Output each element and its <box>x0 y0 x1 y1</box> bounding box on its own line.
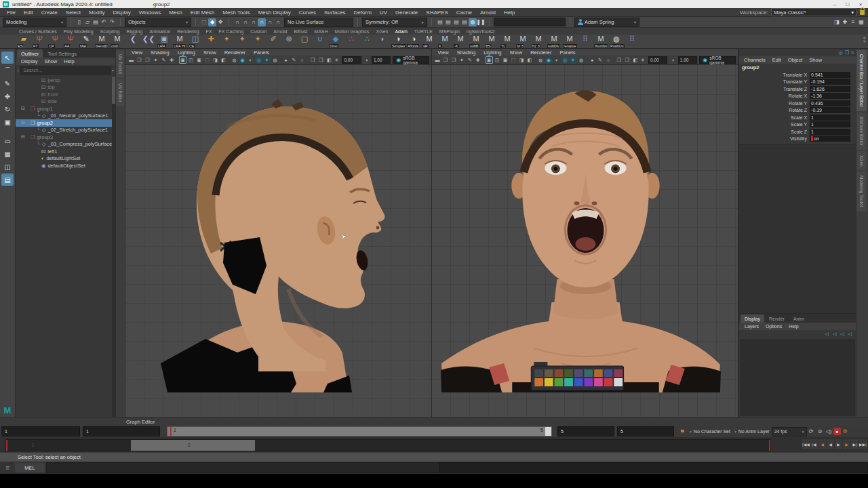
viewport-toolbar-icon[interactable]: ◧ <box>220 56 227 64</box>
render-icon[interactable]: ▤ <box>444 18 452 26</box>
tool-button[interactable]: ↻ <box>1 103 14 115</box>
shelf-button[interactable]: M -K <box>453 35 468 48</box>
viewport-toolbar-icon[interactable]: ◍ <box>231 56 238 64</box>
menu-item[interactable]: Select <box>62 9 85 16</box>
viewport-toolbar-icon[interactable]: ▣ <box>179 56 186 64</box>
viewport-toolbar-icon[interactable]: ◎ <box>561 56 569 64</box>
viewport-toolbar-icon[interactable]: ✎ <box>597 56 604 64</box>
viewport-toolbar-icon[interactable]: ❒ <box>616 56 623 64</box>
viewport-toolbar-icon[interactable]: ▬ <box>434 56 441 64</box>
viewport-menu[interactable]: Renderer <box>527 49 555 56</box>
shelf-button[interactable]: M K <box>437 35 452 48</box>
shelf-button[interactable]: M TL <box>500 35 515 48</box>
search-input[interactable] <box>20 66 111 75</box>
viewport-menu[interactable]: Renderer <box>221 49 249 56</box>
playback-button[interactable]: ◀ <box>818 439 826 449</box>
workspace-dropdown[interactable]: Maya Classic*▾ <box>771 8 856 16</box>
tool-button[interactable]: ↖ <box>1 52 14 64</box>
selection-mode-icon[interactable]: ⬚ <box>200 18 208 26</box>
playback-start-field[interactable]: 1 <box>83 426 160 436</box>
playback-speed-icon[interactable]: ⊘ <box>816 428 825 434</box>
outliner-item[interactable]: ⊟ ❒ group3 <box>16 134 115 141</box>
channel-row[interactable]: Translate Y -0.194 <box>739 79 856 86</box>
layer-editor-tab[interactable]: Display <box>741 314 764 323</box>
shelf-tab[interactable]: MASH <box>314 29 328 34</box>
viewport-toolbar-icon[interactable]: ◨ <box>212 56 219 64</box>
selection-mask-dropdown[interactable]: Objects▾ <box>125 18 191 27</box>
sidebar-toggle-icon[interactable]: ✚ <box>841 18 849 26</box>
channel-row[interactable]: Rotate Y 0.436 <box>739 100 856 107</box>
shelf-button[interactable]: M thumbn <box>593 35 608 48</box>
shelf-button[interactable]: M sR <box>422 35 437 48</box>
chevron-down-icon[interactable]: ▾ <box>112 68 114 73</box>
viewport-menu[interactable]: Show <box>506 49 526 56</box>
render-icon[interactable]: ▤ <box>436 18 444 26</box>
playback-button[interactable]: ▶ <box>843 439 850 449</box>
viewport-right[interactable]: ViewShadingLightingShowRendererPanels ▬❒… <box>432 49 739 417</box>
viewport-toolbar-icon[interactable]: ◉ <box>545 56 553 64</box>
sidebar-toggle-icon[interactable]: ▦ <box>857 18 865 26</box>
playback-button[interactable]: ▶▶| <box>859 439 867 449</box>
vertical-panel-tab[interactable]: Attribute Editor <box>856 113 867 150</box>
quick-input-field[interactable] <box>494 18 566 26</box>
outliner-item[interactable]: ⊡ left1 <box>16 148 115 155</box>
menu-item[interactable]: Arnold <box>476 9 500 16</box>
tool-button[interactable]: ⌒ <box>1 64 14 77</box>
graph-editor-bar[interactable]: Graph Editor <box>0 417 868 426</box>
menu-item[interactable]: Display <box>109 9 135 16</box>
viewport-toolbar-icon[interactable]: ▣ <box>195 56 203 64</box>
menu-item[interactable]: Windows <box>135 9 165 16</box>
command-input[interactable] <box>46 462 439 473</box>
vertical-panel-tab[interactable]: Channel Box / Layer Editor <box>856 50 867 111</box>
viewport-toolbar-icon[interactable]: ◫ <box>187 56 195 64</box>
snap-magnet-icon[interactable]: ∩ <box>233 18 241 26</box>
time-slider[interactable]: 1 5 <box>167 426 552 436</box>
layer-option-icon[interactable]: ◁ <box>825 331 829 337</box>
range-end-marker[interactable] <box>769 440 770 451</box>
vertical-panel-tab[interactable]: Modeling Toolkit <box>856 171 867 211</box>
menu-item[interactable]: Create <box>37 9 62 16</box>
shelf-button[interactable]: Ψ AA <box>63 35 78 48</box>
shelf-button[interactable]: ✦ <box>250 35 265 48</box>
outliner-menu[interactable]: Display <box>18 58 41 64</box>
menu-item[interactable]: Mesh Tools <box>218 9 254 16</box>
snap-magnet-icon[interactable]: ∩ <box>241 18 250 26</box>
layout-button[interactable]: ▤ <box>1 174 14 186</box>
gamma-icon[interactable]: ◑ <box>363 56 370 64</box>
viewport-menu[interactable]: Show <box>200 49 220 56</box>
channel-value-field[interactable]: 1 <box>810 121 850 127</box>
channel-value-field[interactable]: 1 <box>810 115 850 121</box>
viewport-toolbar-icon[interactable]: ✎ <box>160 56 167 64</box>
viewport-menu[interactable]: Lighting <box>174 49 199 56</box>
viewport-toolbar-icon[interactable]: ✦ <box>263 56 271 64</box>
symmetry-dropdown[interactable]: Symmetry: Off▸ <box>362 18 427 27</box>
shelf-tab[interactable]: MSPlugin <box>439 29 460 34</box>
expand-toggle-icon[interactable]: ⊟ <box>21 134 26 140</box>
playback-loop-icon[interactable]: ⟳ <box>807 428 816 434</box>
gamma-field[interactable]: 1.00 <box>678 56 697 64</box>
playback-button[interactable]: |◀◀ <box>802 439 810 449</box>
shelf-tab[interactable]: FX Caching <box>219 29 244 34</box>
channel-row[interactable]: Scale Z 1 <box>739 128 856 136</box>
viewport-toolbar-icon[interactable]: ✦ <box>458 56 466 64</box>
shelf-tab[interactable]: Sculpting <box>100 29 120 34</box>
shelf-button[interactable]: ◑ ATools <box>406 35 421 48</box>
sidebar-toggle-icon[interactable]: ◨ <box>833 18 841 26</box>
channel-row[interactable]: Rotate X -1.36 <box>739 93 856 100</box>
layer-list[interactable] <box>740 339 855 416</box>
viewport-toolbar-icon[interactable] <box>279 56 281 64</box>
shelf-button[interactable]: ◆ Dmo <box>328 35 343 48</box>
channel-box-menu[interactable]: Show <box>806 57 825 63</box>
shelf-button[interactable]: Ψ FT <box>32 35 47 48</box>
viewport-toolbar-icon[interactable]: ❒ <box>309 56 317 64</box>
menu-item[interactable]: SHAPES <box>422 9 452 16</box>
shelf-tab[interactable]: Bifrost <box>294 29 308 34</box>
script-editor-icon[interactable]: ≣ <box>0 465 15 471</box>
shelf-button[interactable]: ❮❮ <box>141 35 156 48</box>
outliner-item[interactable]: └ ◇ _03_Compress_polySurface1 <box>16 141 115 148</box>
range-start-marker[interactable] <box>6 440 7 451</box>
shelf-button[interactable]: M subDiv <box>547 35 561 48</box>
shelf-button[interactable]: Ψ CP <box>47 35 62 48</box>
viewport-menu[interactable]: Panels <box>556 49 578 56</box>
shelf-button[interactable]: ▣ LRA <box>157 35 172 48</box>
